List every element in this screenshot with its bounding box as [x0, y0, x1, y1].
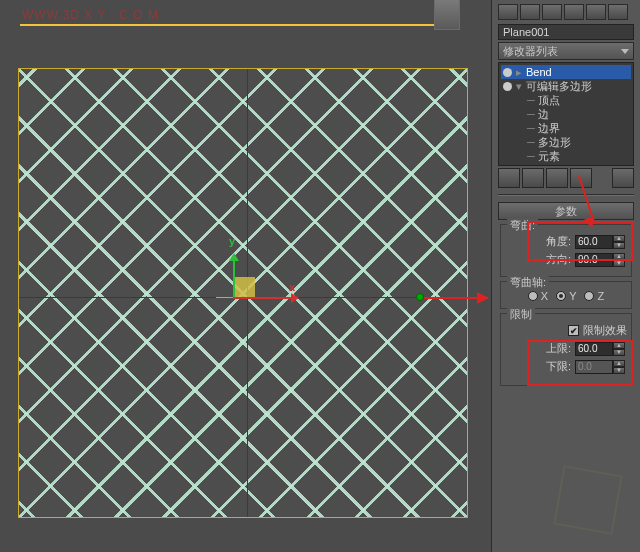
radio-label: Z [597, 290, 604, 302]
upper-limit-spinner[interactable]: ▲▼ [575, 342, 627, 356]
watermark-logo [553, 465, 623, 535]
direction-label: 方向: [546, 252, 571, 267]
group-bend-axis: 弯曲轴: X Y Z [500, 281, 632, 309]
lower-limit-input[interactable] [575, 360, 613, 374]
group-legend: 限制 [507, 307, 535, 322]
upper-limit-label: 上限: [546, 341, 571, 356]
gizmo-y-label: y [229, 235, 235, 247]
axis-x-radio[interactable]: X [528, 290, 548, 302]
modifier-list-label: 修改器列表 [503, 44, 558, 59]
group-legend: 弯曲: [507, 218, 538, 233]
spin-down-icon[interactable]: ▼ [613, 367, 625, 374]
watermark-text: WWW.3D X Y . C O M [22, 8, 159, 22]
radio-label: Y [569, 290, 576, 302]
viewport-top-bar [20, 24, 450, 26]
tab-hierarchy-icon[interactable] [542, 4, 562, 20]
chevron-down-icon [621, 49, 629, 54]
angle-input[interactable] [575, 235, 613, 249]
annotation-dot [416, 293, 424, 301]
move-gizmo[interactable]: y x [225, 275, 265, 315]
sub-vertex[interactable]: ─ 顶点 [501, 93, 631, 107]
show-end-result-button[interactable] [522, 168, 544, 188]
sub-edge[interactable]: ─ 边 [501, 107, 631, 121]
divider [498, 194, 634, 196]
radio-label: X [541, 290, 548, 302]
sub-label: 顶点 [538, 94, 560, 106]
object-name-field[interactable]: Plane001 [498, 24, 634, 40]
stack-item-bend[interactable]: ▸ Bend [501, 65, 631, 79]
spin-down-icon[interactable]: ▼ [613, 349, 625, 356]
spin-up-icon[interactable]: ▲ [613, 360, 625, 367]
viewport[interactable]: WWW.3D X Y . C O M y x [0, 0, 491, 552]
angle-label: 角度: [546, 234, 571, 249]
gizmo-y-axis[interactable] [233, 259, 235, 299]
tab-create-icon[interactable] [498, 4, 518, 20]
make-unique-button[interactable] [546, 168, 568, 188]
sub-label: 边 [538, 108, 549, 120]
direction-spinner[interactable]: ▲▼ [575, 253, 627, 267]
radio-icon [528, 291, 538, 301]
rollout-title: 参数 [555, 204, 577, 219]
bulb-icon[interactable] [503, 68, 512, 77]
gizmo-x-axis[interactable] [233, 297, 293, 299]
group-bend: 弯曲: 角度: ▲▼ 方向: ▲▼ [500, 224, 632, 277]
angle-spinner[interactable]: ▲▼ [575, 235, 627, 249]
radio-icon [584, 291, 594, 301]
pin-stack-button[interactable] [498, 168, 520, 188]
limit-effect-label: 限制效果 [583, 323, 627, 338]
scene-grid[interactable]: y x [18, 68, 468, 518]
remove-modifier-button[interactable] [570, 168, 592, 188]
gizmo-x-label: x [289, 281, 295, 293]
group-legend: 弯曲轴: [507, 275, 549, 290]
configure-sets-button[interactable] [612, 168, 634, 188]
spin-down-icon[interactable]: ▼ [613, 260, 625, 267]
expand-icon[interactable]: ▸ [516, 65, 522, 79]
sub-element[interactable]: ─ 元素 [501, 149, 631, 163]
upper-limit-input[interactable] [575, 342, 613, 356]
tab-display-icon[interactable] [586, 4, 606, 20]
stack-item-label: 可编辑多边形 [526, 79, 592, 93]
spin-up-icon[interactable]: ▲ [613, 253, 625, 260]
modifier-list-dropdown[interactable]: 修改器列表 [498, 42, 634, 60]
tab-utilities-icon[interactable] [608, 4, 628, 20]
axis-z-radio[interactable]: Z [584, 290, 604, 302]
direction-input[interactable] [575, 253, 613, 267]
limit-effect-checkbox[interactable]: ✔ [568, 325, 579, 336]
tab-modify-icon[interactable] [520, 4, 540, 20]
radio-icon [556, 291, 566, 301]
stack-toolbar [498, 168, 634, 190]
spin-down-icon[interactable]: ▼ [613, 242, 625, 249]
bulb-icon[interactable] [503, 82, 512, 91]
sub-label: 边界 [538, 122, 560, 134]
spin-up-icon[interactable]: ▲ [613, 342, 625, 349]
stack-item-editable-poly[interactable]: ▾ 可编辑多边形 [501, 79, 631, 93]
sub-label: 多边形 [538, 136, 571, 148]
sub-border[interactable]: ─ 边界 [501, 121, 631, 135]
sub-label: 元素 [538, 150, 560, 162]
spin-up-icon[interactable]: ▲ [613, 235, 625, 242]
axis-y-radio[interactable]: Y [556, 290, 576, 302]
gizmo-xy-plane[interactable] [233, 277, 255, 299]
tab-motion-icon[interactable] [564, 4, 584, 20]
modifier-stack[interactable]: ▸ Bend ▾ 可编辑多边形 ─ 顶点 ─ 边 ─ 边界 ─ 多边形 ─ 元素 [498, 62, 634, 166]
lower-limit-spinner[interactable]: ▲▼ [575, 360, 627, 374]
group-limits: 限制 ✔ 限制效果 上限: ▲▼ 下限: ▲▼ [500, 313, 632, 386]
stack-item-label: Bend [526, 65, 552, 79]
command-panel-tabs [492, 4, 640, 22]
lower-limit-label: 下限: [546, 359, 571, 374]
sub-polygon[interactable]: ─ 多边形 [501, 135, 631, 149]
collapse-icon[interactable]: ▾ [516, 79, 522, 93]
